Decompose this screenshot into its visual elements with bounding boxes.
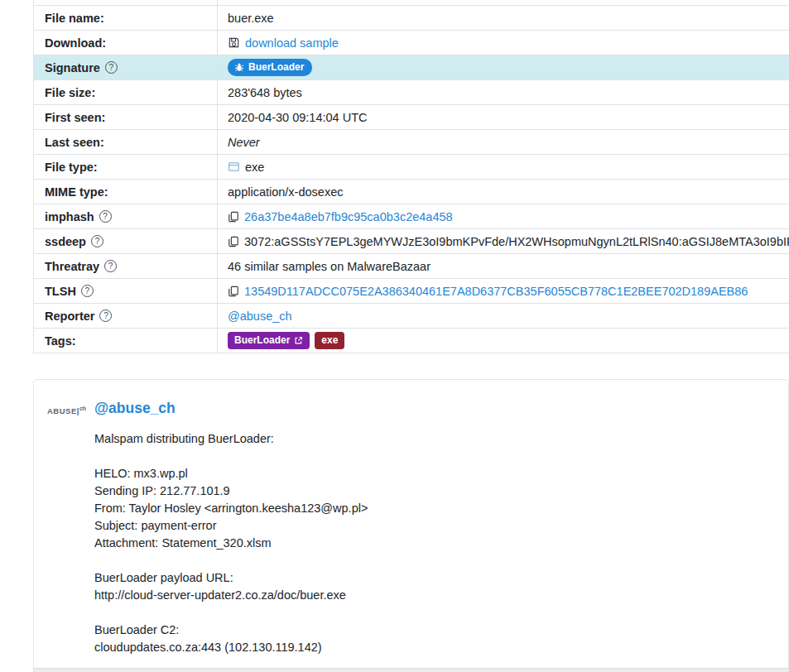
row-label-text: Signature [45, 61, 100, 74]
row-label: File type: [34, 155, 218, 179]
row-label: Tags: [34, 329, 218, 353]
tag-label: exe [321, 334, 338, 346]
row-label-text: imphash [45, 210, 94, 223]
help-icon[interactable]: ? [81, 285, 94, 297]
row-value: @abuse_ch [218, 304, 789, 328]
row-value: application/x-dosexec [218, 180, 789, 204]
comment-text: Malspam distributing BuerLoader: HELO: m… [94, 430, 772, 656]
row-label-text: TLSH [45, 285, 76, 298]
row-value: buer.exe [218, 6, 789, 30]
sample-details-table: File name:buer.exeDownload:download samp… [33, 0, 789, 353]
help-icon[interactable]: ? [104, 260, 117, 272]
row-label: First seen: [34, 105, 218, 129]
row-value: 283'648 bytes [218, 80, 789, 104]
row-label-text: First seen: [45, 111, 105, 124]
row-label: TLSH? [34, 279, 218, 303]
help-icon[interactable]: ? [99, 310, 112, 322]
row-label: imphash? [34, 204, 218, 228]
row-label-text: File type: [45, 161, 98, 174]
row-value: Never [218, 130, 789, 154]
value-link[interactable]: 13549D117ADCC075E2A386340461E7A8D6377CB3… [244, 285, 748, 298]
value-text: buer.exe [228, 12, 274, 25]
value-text: exe [245, 161, 264, 174]
row-value: 13549D117ADCC075E2A386340461E7A8D6377CB3… [218, 279, 789, 303]
row-label-text: File name: [45, 12, 104, 25]
value-link[interactable]: @abuse_ch [228, 310, 292, 323]
table-row: Last seen:Never [34, 130, 789, 155]
row-label: Threatray? [34, 254, 218, 278]
row-label: Signature? [34, 55, 218, 79]
row-label: Download: [34, 31, 218, 55]
value-link[interactable]: 26a37be4a8eb7fb9c95ca0b3c2e4a458 [244, 210, 453, 223]
logo-text-main: ABUSE [47, 406, 77, 415]
row-value: BuerLoader [218, 55, 789, 79]
save-icon [228, 36, 240, 49]
row-label-text: MIME type: [45, 185, 108, 199]
tag-badge[interactable]: exe [315, 332, 344, 349]
row-value [218, 0, 789, 5]
comment-card-footer [34, 668, 788, 672]
comment-content: @abuse_ch Malspam distributing BuerLoade… [94, 400, 772, 656]
copy-icon[interactable] [228, 211, 239, 223]
value-link[interactable]: download sample [245, 36, 339, 50]
signature-badge[interactable]: BuerLoader [228, 59, 312, 76]
copy-icon[interactable] [228, 286, 239, 297]
row-value: BuerLoaderexe [218, 329, 789, 353]
table-row-partial [34, 0, 789, 6]
signature-badge-label: BuerLoader [248, 61, 304, 73]
value-text: 3072:aGSStsY7EPL3geMYWJzE3oI9bmKPvFde/HX… [244, 235, 789, 248]
value-text: 2020-04-30 09:14:04 UTC [228, 111, 367, 124]
table-row: Signature?BuerLoader [34, 55, 789, 80]
table-row: imphash?26a37be4a8eb7fb9c95ca0b3c2e4a458 [34, 204, 789, 229]
tag-badge[interactable]: BuerLoader [228, 332, 310, 349]
app-window-icon [228, 161, 240, 173]
comment-body: ABUSE|ch @abuse_ch Malspam distributing … [34, 380, 788, 656]
table-row: First seen:2020-04-30 09:14:04 UTC [34, 105, 789, 130]
row-label: File name: [34, 6, 218, 30]
help-icon[interactable]: ? [105, 61, 118, 74]
row-label: MIME type: [34, 180, 218, 204]
row-label-text: Tags: [45, 334, 76, 348]
table-row: File name:buer.exe [34, 6, 789, 31]
row-label-text: File size: [45, 86, 95, 99]
table-row: Download:download sample [34, 31, 789, 55]
value-text: application/x-dosexec [228, 185, 343, 199]
comment-author-link[interactable]: @abuse_ch [94, 400, 176, 417]
row-value: 46 similar samples on MalwareBazaar [218, 254, 789, 278]
value-text: 283'648 bytes [228, 86, 302, 99]
row-value: exe [218, 155, 789, 179]
abuse-ch-logo: ABUSE|ch [47, 400, 94, 656]
row-value: download sample [218, 31, 789, 55]
row-label [34, 0, 218, 5]
row-value: 2020-04-30 09:14:04 UTC [218, 105, 789, 129]
bug-icon [234, 62, 244, 72]
row-label-text: Reporter [45, 310, 94, 323]
external-link-icon [294, 336, 303, 345]
row-label: File size: [34, 80, 218, 104]
value-text: 46 similar samples on MalwareBazaar [228, 260, 431, 273]
tag-label: BuerLoader [234, 334, 290, 346]
help-icon[interactable]: ? [91, 235, 103, 247]
row-label: Last seen: [34, 130, 218, 154]
table-row: Tags:BuerLoaderexe [34, 329, 789, 353]
table-row: TLSH?13549D117ADCC075E2A386340461E7A8D63… [34, 279, 789, 304]
row-value: 26a37be4a8eb7fb9c95ca0b3c2e4a458 [218, 204, 789, 228]
row-label: Reporter? [34, 304, 218, 328]
malware-sample-page: File name:buer.exeDownload:download samp… [0, 0, 789, 672]
table-row: ssdeep?3072:aGSStsY7EPL3geMYWJzE3oI9bmKP… [34, 229, 789, 254]
reporter-comment-card: ABUSE|ch @abuse_ch Malspam distributing … [33, 379, 789, 672]
row-label-text: Download: [45, 36, 106, 50]
row-label-text: Last seen: [45, 136, 104, 149]
table-row: File size:283'648 bytes [34, 80, 789, 105]
row-value: 3072:aGSStsY7EPL3geMYWJzE3oI9bmKPvFde/HX… [218, 229, 789, 253]
logo-text-suffix: ch [79, 406, 86, 411]
value-text: Never [228, 136, 260, 149]
table-row: File type:exe [34, 155, 789, 180]
table-row: MIME type:application/x-dosexec [34, 180, 789, 204]
help-icon[interactable]: ? [99, 210, 112, 223]
row-label: ssdeep? [34, 229, 218, 253]
table-row: Reporter?@abuse_ch [34, 304, 789, 329]
row-label-text: ssdeep [45, 235, 86, 248]
copy-icon[interactable] [228, 236, 239, 247]
row-label-text: Threatray [45, 260, 99, 273]
